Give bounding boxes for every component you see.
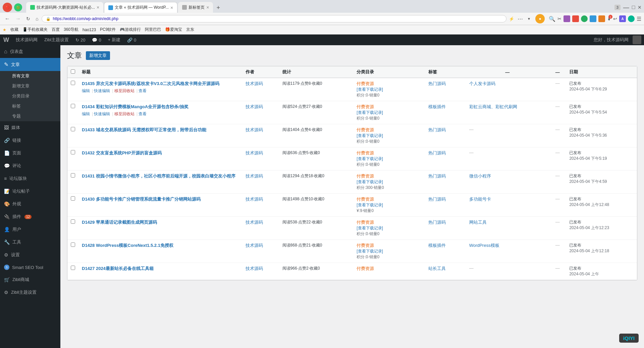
sidebar-item-tools[interactable]: 🔧 工具 (0, 236, 60, 249)
post-tag2-link[interactable]: 多功能号卡 (469, 197, 491, 202)
sidebar-item-links[interactable]: 🔗 链接 (0, 134, 60, 147)
sidebar-item-plugins[interactable]: 🔌 插件 12 (0, 210, 60, 223)
post-author[interactable]: 技术源码 (246, 104, 263, 109)
post-author[interactable]: 技术源码 (246, 81, 263, 86)
post-title-link[interactable]: D1433 域名交易系统源码 无需授权即可正常使用，附带后台功能 (82, 127, 206, 132)
submenu-topics[interactable]: 专题 (0, 111, 60, 121)
row-checkbox[interactable] (71, 173, 75, 178)
post-action-快速编辑[interactable]: 快速编辑 (94, 88, 110, 93)
sidebar-item-pages[interactable]: 📄 页面 (0, 147, 60, 159)
post-category[interactable]: 付费资源 (357, 220, 374, 225)
tab3-close[interactable]: × (206, 5, 209, 10)
post-category-sub[interactable]: [查看下载记录] (357, 180, 383, 184)
post-author[interactable]: 技术源码 (246, 243, 263, 248)
nav-refresh[interactable]: ↻ (24, 15, 32, 22)
ab-user-avatar[interactable] (633, 36, 641, 44)
post-tag[interactable]: 热门源码 (428, 127, 446, 132)
sidebar-item-comments[interactable]: 💬 评论 (0, 159, 60, 172)
post-action-编辑[interactable]: 编辑 (82, 88, 90, 93)
browser-tab-2[interactable]: 文章 « 技术源码网 — WordP... × (104, 2, 177, 13)
post-title-link[interactable]: D1429 苹果通话记录截图生成网页源码 (82, 220, 157, 225)
ext-icon-6[interactable] (628, 15, 635, 22)
row-checkbox[interactable] (71, 81, 75, 85)
post-category-sub[interactable]: [查看下载记录] (357, 156, 383, 161)
post-tag2-link[interactable]: 微信小程序 (469, 173, 491, 179)
post-action-快速编辑[interactable]: 快速编辑 (94, 112, 110, 116)
tab1-close[interactable]: × (97, 5, 99, 10)
ext-icon-4[interactable] (590, 15, 596, 22)
post-category-sub[interactable]: [查看下载记录] (357, 110, 383, 115)
post-category[interactable]: 付费资源 (357, 150, 374, 155)
post-category[interactable]: 付费资源 (357, 104, 374, 109)
post-action-查看[interactable]: 查看 (139, 112, 147, 116)
address-bar[interactable]: 🔒 https://wobbt.com/wp-admin/edit.php (42, 15, 506, 22)
ab-comments[interactable]: 💬 0 (89, 34, 104, 45)
bookmark-games[interactable]: 🎮游戏排行 (120, 27, 141, 32)
row-checkbox[interactable] (71, 242, 75, 247)
bookmark-taobao[interactable]: 🎁爱淘宝 (165, 27, 182, 32)
post-category-sub[interactable]: [查看下载记录] (357, 249, 383, 254)
window-maximize[interactable]: □ (632, 4, 635, 10)
ext-icon-5[interactable] (598, 15, 605, 22)
bookmark-mobile[interactable]: 📱手机收藏夹 (22, 27, 48, 32)
bookmark-collections[interactable]: 收藏 (10, 27, 18, 32)
window-close[interactable]: × (638, 4, 641, 11)
row-checkbox[interactable] (71, 219, 75, 224)
add-new-button[interactable]: 新增文章 (86, 51, 110, 60)
post-category[interactable]: 付费资源 (357, 173, 374, 179)
post-category[interactable]: 付费资源 (357, 266, 374, 271)
new-tab-button[interactable]: + (214, 3, 223, 13)
post-tag[interactable]: 热门源码 (428, 81, 446, 86)
sidebar-item-posts[interactable]: ✎ 文章 (0, 58, 60, 71)
row-checkbox[interactable] (71, 150, 75, 154)
ab-new[interactable]: + 新建 (105, 34, 124, 45)
post-tag2-link[interactable]: 彩虹云商城、彩虹代刷网 (469, 104, 517, 109)
post-tag2-link[interactable]: WordPress模板 (469, 243, 499, 248)
submenu-categories[interactable]: 分类目录 (0, 91, 60, 101)
undo-icon[interactable]: ↩ (613, 16, 617, 21)
scissors-icon[interactable]: ✂ (557, 16, 561, 21)
post-tag2-link[interactable]: 网站工具 (469, 220, 487, 225)
post-tag[interactable]: 热门源码 (428, 197, 446, 202)
post-title-link[interactable]: D1434 彩虹知识付费模板MangoA全开源包含秒杀/抽奖 (82, 104, 189, 109)
bookmark-baidu[interactable]: 百度 (52, 27, 60, 32)
tab2-close[interactable]: × (170, 5, 173, 10)
post-author[interactable]: 技术源码 (246, 266, 263, 271)
browser-tab-3[interactable]: 新标签页 × (178, 2, 213, 13)
ext-icon-1[interactable] (564, 15, 570, 22)
menu-dots[interactable]: ⋯ (517, 15, 524, 22)
submenu-add-post[interactable]: 新增文章 (0, 81, 60, 91)
post-category[interactable]: 付费资源 (357, 81, 374, 86)
wp-logo[interactable]: W (0, 34, 12, 45)
sidebar-item-appearance[interactable]: 🎨 外观 (0, 198, 60, 210)
post-title-link[interactable]: D1431 校园小情书微信小程序，社区小程序前后端开源，校园表白墙交友小程序 (82, 173, 235, 179)
post-author[interactable]: 技术源码 (246, 173, 263, 179)
post-tag[interactable]: 热门源码 (428, 220, 446, 225)
row-checkbox[interactable] (71, 104, 75, 108)
post-tag[interactable]: 站长工具 (428, 266, 446, 271)
select-all-checkbox[interactable] (71, 69, 75, 74)
ext-icon-3[interactable] (581, 15, 588, 22)
post-tag[interactable]: 模板插件 (428, 104, 446, 109)
sidebar-item-forum-posts[interactable]: 📝 论坛帖子 (0, 185, 60, 198)
browser-menu[interactable]: ☰ (637, 16, 641, 22)
search-icon-nav[interactable]: 🔍 (549, 16, 555, 22)
bookmark-jd[interactable]: 京东 (186, 27, 194, 32)
sidebar-item-dashboard[interactable]: ⌂ 仪表盘 (0, 45, 60, 58)
sidebar-item-zibll-shop[interactable]: 🛒 Zibll商城 (0, 273, 60, 286)
post-category[interactable]: 付费资源 (357, 243, 374, 248)
bookmark-360[interactable]: 360导航 (64, 27, 78, 32)
ab-updates[interactable]: ↻ 20 (72, 34, 89, 45)
post-category[interactable]: 付费资源 (357, 127, 374, 132)
sidebar-item-media[interactable]: 🖼 媒体 (0, 121, 60, 134)
post-tag2-link[interactable]: 个人发卡源码 (469, 81, 495, 86)
row-checkbox[interactable] (71, 196, 75, 201)
post-action-查看[interactable]: 查看 (139, 88, 147, 93)
row-checkbox[interactable] (71, 266, 75, 270)
ab-links[interactable]: 🔗 0 (124, 34, 140, 45)
post-tag[interactable]: 模板插件 (428, 243, 446, 248)
submenu-all-posts[interactable]: 所有文章 (0, 71, 60, 81)
post-category-sub[interactable]: [查看下载记录] (357, 133, 383, 138)
sidebar-item-smart-seo[interactable]: S Smart SEO Tool (0, 261, 60, 273)
sidebar-item-forum-sections[interactable]: ≡ 论坛版块 (0, 172, 60, 185)
